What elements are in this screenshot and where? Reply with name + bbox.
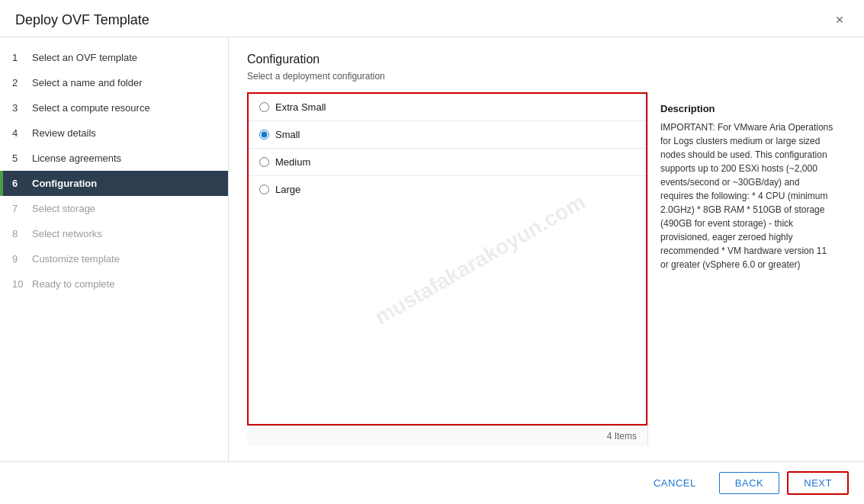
radio-large[interactable] bbox=[259, 185, 269, 194]
step-number: 2 bbox=[12, 77, 26, 88]
close-button[interactable]: × bbox=[830, 11, 849, 29]
sidebar-item-label: Select a compute resource bbox=[32, 102, 150, 114]
option-label-medium: Medium bbox=[275, 156, 310, 168]
sidebar-item-label: Ready to complete bbox=[32, 278, 114, 290]
next-button[interactable]: NEXT bbox=[787, 471, 849, 495]
option-row-large[interactable]: Large bbox=[249, 176, 646, 203]
dialog-title: Deploy OVF Template bbox=[15, 12, 149, 28]
option-row-small[interactable]: Small bbox=[249, 121, 646, 149]
radio-small[interactable] bbox=[259, 130, 269, 140]
sidebar-item-label: Select a name and folder bbox=[32, 77, 143, 88]
sidebar-item-3[interactable]: 3 Select a compute resource bbox=[0, 95, 228, 120]
dialog-body: 1 Select an OVF template2 Select a name … bbox=[0, 37, 864, 461]
deploy-ovf-dialog: Deploy OVF Template × 1 Select an OVF te… bbox=[0, 0, 864, 504]
sidebar-item-5[interactable]: 5 License agreements bbox=[0, 146, 228, 171]
sidebar-item-label: Select networks bbox=[32, 228, 102, 239]
option-label-extra-small: Extra Small bbox=[275, 101, 326, 113]
step-number: 7 bbox=[12, 203, 26, 214]
content-area: Configuration Select a deployment config… bbox=[229, 37, 864, 461]
dialog-footer: CANCEL BACK NEXT bbox=[0, 461, 864, 504]
description-title: Description bbox=[660, 103, 833, 114]
items-count: 4 Items bbox=[607, 431, 637, 441]
sidebar-item-6[interactable]: 6 Configuration bbox=[0, 171, 228, 196]
option-label-small: Small bbox=[275, 129, 300, 140]
step-number: 10 bbox=[12, 278, 26, 290]
sidebar-item-label: Customize template bbox=[32, 253, 120, 265]
sidebar-item-label: Select an OVF template bbox=[32, 52, 137, 63]
option-row-extra-small[interactable]: Extra Small bbox=[249, 94, 646, 121]
radio-medium[interactable] bbox=[259, 157, 269, 167]
content-title: Configuration bbox=[247, 53, 846, 66]
sidebar-item-7: 7 Select storage bbox=[0, 196, 228, 221]
back-button[interactable]: BACK bbox=[719, 472, 779, 494]
options-footer: 4 Items bbox=[247, 425, 647, 446]
main-content: Configuration Select a deployment config… bbox=[229, 37, 864, 461]
sidebar-item-label: Select storage bbox=[32, 203, 95, 214]
description-panel: Description IMPORTANT: For VMware Aria O… bbox=[647, 92, 846, 446]
config-layout: Extra Small Small Medium Large 4 Items D… bbox=[247, 92, 846, 446]
cancel-button[interactable]: CANCEL bbox=[638, 473, 711, 493]
options-panel: Extra Small Small Medium Large bbox=[247, 92, 647, 425]
sidebar-item-label: Review details bbox=[32, 127, 96, 139]
step-number: 5 bbox=[12, 152, 26, 164]
sidebar-item-10: 10 Ready to complete bbox=[0, 271, 228, 297]
step-number: 4 bbox=[12, 127, 26, 139]
option-row-medium[interactable]: Medium bbox=[249, 149, 646, 176]
sidebar-item-4[interactable]: 4 Review details bbox=[0, 120, 228, 146]
sidebar-item-8: 8 Select networks bbox=[0, 221, 228, 246]
step-number: 1 bbox=[12, 52, 26, 63]
sidebar-item-label: Configuration bbox=[32, 178, 97, 189]
step-number: 9 bbox=[12, 253, 26, 265]
dialog-header: Deploy OVF Template × bbox=[0, 0, 864, 37]
content-subtitle: Select a deployment configuration bbox=[247, 71, 846, 82]
sidebar-item-label: License agreements bbox=[32, 152, 121, 164]
radio-extra-small[interactable] bbox=[259, 102, 269, 112]
sidebar-item-2[interactable]: 2 Select a name and folder bbox=[0, 70, 228, 95]
sidebar-item-1[interactable]: 1 Select an OVF template bbox=[0, 45, 228, 70]
option-label-large: Large bbox=[275, 184, 300, 195]
description-text: IMPORTANT: For VMware Aria Operations fo… bbox=[660, 120, 833, 271]
step-number: 8 bbox=[12, 228, 26, 239]
sidebar-item-9: 9 Customize template bbox=[0, 246, 228, 271]
sidebar: 1 Select an OVF template2 Select a name … bbox=[0, 37, 229, 461]
step-number: 3 bbox=[12, 102, 26, 114]
step-number: 6 bbox=[12, 178, 26, 189]
